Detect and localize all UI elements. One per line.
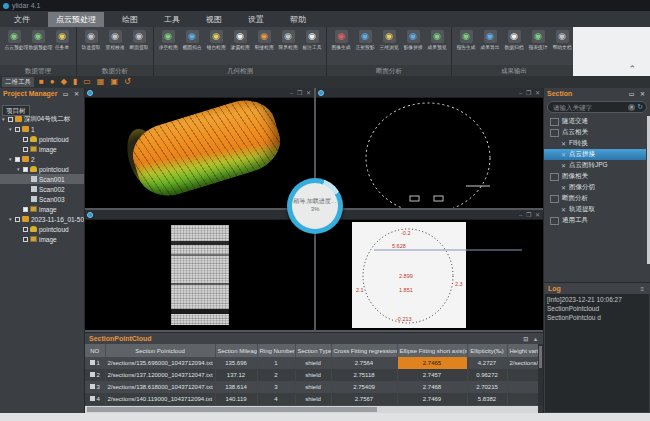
ribbon-button[interactable]: 轨道提取 bbox=[79, 30, 103, 53]
ribbon-button[interactable]: 断面提取 bbox=[127, 30, 151, 53]
ribbon-button[interactable]: 渗漏检测 bbox=[228, 30, 252, 53]
tree-item[interactable]: Scan002 bbox=[0, 184, 84, 194]
column-header[interactable]: NO bbox=[85, 344, 105, 357]
ribbon-button[interactable]: 限界检测 bbox=[276, 30, 300, 53]
ribbon-button[interactable]: 报表统计 bbox=[526, 30, 550, 53]
ribbon-button[interactable]: 里程校准 bbox=[103, 30, 127, 53]
column-header[interactable]: Ellipticity(‰) bbox=[467, 344, 507, 357]
search-refresh-icon[interactable]: ↻ bbox=[637, 103, 643, 111]
tree-item[interactable]: Scan001 bbox=[0, 174, 84, 184]
section-tool-item[interactable]: 图像相关 bbox=[544, 171, 646, 182]
tree-item[interactable]: image bbox=[0, 204, 84, 214]
pointcloud-canvas[interactable] bbox=[85, 98, 314, 208]
search-clear-icon[interactable]: ✕ bbox=[628, 104, 635, 111]
menu-tab[interactable]: 文件 bbox=[6, 12, 38, 27]
viewport-section-outline[interactable]: – ❐ ✕ bbox=[316, 88, 543, 208]
row-checkbox[interactable] bbox=[90, 360, 95, 365]
table-row[interactable]: 3 2/sections/138.618000_1043712047.txt 1… bbox=[85, 381, 538, 393]
section-fitting-canvas[interactable]: -0.2 5.628 2.899 1.851 -0.213 2.1 2.3 bbox=[316, 220, 543, 330]
tree-checkbox[interactable] bbox=[23, 227, 28, 232]
menu-tab[interactable]: 视图 bbox=[198, 12, 230, 27]
panel-window-icons[interactable]: ▭ ✕ bbox=[63, 90, 81, 97]
tree-checkbox[interactable] bbox=[23, 167, 28, 172]
column-header[interactable]: Section Mileage bbox=[215, 344, 257, 357]
menu-tab[interactable]: 帮助 bbox=[282, 12, 314, 27]
draw-tool-icon[interactable]: ↺ bbox=[124, 77, 131, 87]
column-header[interactable]: Height variance convergence(m) bbox=[507, 344, 538, 357]
tree-item[interactable]: pointcloud bbox=[0, 134, 84, 144]
row-checkbox[interactable] bbox=[90, 384, 95, 389]
intensity-image-canvas[interactable] bbox=[85, 220, 314, 330]
tree-checkbox[interactable] bbox=[23, 207, 28, 212]
section-tool-item[interactable]: 通用工具 bbox=[544, 215, 646, 226]
ribbon-button[interactable]: 错台检测 bbox=[204, 30, 228, 53]
ribbon-button[interactable]: 影像拼接 bbox=[401, 30, 425, 53]
tree-checkbox[interactable] bbox=[8, 117, 13, 122]
column-header[interactable]: Cross Fitting regression(m) bbox=[331, 344, 397, 357]
ribbon-button[interactable]: 裂缝检测 bbox=[252, 30, 276, 53]
column-header[interactable]: Ring Number bbox=[257, 344, 295, 357]
row-checkbox[interactable] bbox=[90, 396, 95, 401]
table-window-icons[interactable]: ⊡ ▴ bbox=[523, 335, 539, 342]
section-outline-canvas[interactable] bbox=[316, 98, 543, 208]
table-row[interactable]: 2 2/sections/137.120000_1043712047.txt 1… bbox=[85, 369, 538, 381]
tree-item[interactable]: image bbox=[0, 234, 84, 244]
section-tool-item[interactable]: 点云相关 bbox=[544, 127, 646, 138]
section-tool-item[interactable]: 断面分析 bbox=[544, 193, 646, 204]
section-tool-item[interactable]: 点云图转JPG bbox=[544, 160, 646, 171]
viewport-intensity-image[interactable]: – ❐ ✕ bbox=[85, 210, 314, 330]
draw-tool-icon[interactable]: ▮ bbox=[73, 77, 77, 87]
draw-tool-icon[interactable]: ◆ bbox=[61, 77, 67, 87]
section-tool-item[interactable]: 隧道交通 bbox=[544, 116, 646, 127]
column-header[interactable]: Ellipse Fitting short axis(m) bbox=[397, 344, 467, 357]
tree-item[interactable]: pointcloud bbox=[0, 224, 84, 234]
ribbon-button[interactable]: 三维浏览 bbox=[377, 30, 401, 53]
scrollbar-thumb[interactable] bbox=[87, 407, 377, 412]
ribbon-button[interactable]: 椭圆拟合 bbox=[180, 30, 204, 53]
tree-checkbox[interactable] bbox=[15, 127, 20, 132]
tree-item[interactable]: Scan003 bbox=[0, 194, 84, 204]
tree-checkbox[interactable] bbox=[23, 137, 28, 142]
scrollbar-thumb[interactable] bbox=[539, 346, 542, 368]
ribbon-button[interactable]: 标注工具 bbox=[300, 30, 324, 53]
tree-checkbox[interactable] bbox=[23, 147, 28, 152]
viewport-section-fitting[interactable]: – ❐ ✕ -0.2 5.628 2.899 1.851 -0.213 2.1 … bbox=[316, 210, 543, 330]
tree-item[interactable]: 1 bbox=[0, 124, 84, 134]
tree-checkbox[interactable] bbox=[15, 157, 20, 162]
column-header[interactable]: Section Pointcloud bbox=[105, 344, 215, 357]
ribbon-button[interactable]: 报告生成 bbox=[454, 30, 478, 53]
section-tool-item[interactable]: 图像分切 bbox=[544, 182, 646, 193]
tree-item[interactable]: 2023-11-16_01-50 bbox=[0, 214, 84, 224]
tree-checkbox[interactable] bbox=[23, 237, 28, 242]
ribbon-button[interactable]: 点云预处理 bbox=[2, 30, 26, 53]
draw-tool-icon[interactable]: ■ bbox=[39, 77, 44, 87]
table-row[interactable]: 4 2/sections/140.119000_1043712094.txt 1… bbox=[85, 393, 538, 405]
draw-tool-icon[interactable]: ● bbox=[50, 77, 55, 87]
search-input[interactable] bbox=[551, 103, 628, 112]
ribbon-button[interactable]: 成果预览 bbox=[425, 30, 449, 53]
row-checkbox[interactable] bbox=[90, 372, 95, 377]
tree-item[interactable]: 深圳04号线二标 bbox=[0, 114, 84, 124]
viewport-3d-pointcloud[interactable]: – ❐ ✕ bbox=[85, 88, 314, 208]
ribbon-button[interactable]: 任务单 bbox=[50, 30, 74, 53]
tree-item[interactable]: pointcloud bbox=[0, 164, 84, 174]
section-tool-item[interactable]: 点云拼接 bbox=[544, 149, 646, 160]
log-menu-icon[interactable]: ≡ bbox=[640, 286, 646, 292]
viewport-window-controls[interactable]: – ❐ ✕ bbox=[519, 89, 541, 96]
ribbon-button[interactable]: 图像生成 bbox=[329, 30, 353, 53]
menu-tab[interactable]: 点云预处理 bbox=[48, 12, 104, 27]
section-tool-item[interactable]: 轨道提取 bbox=[544, 204, 646, 215]
draw-tool-icon[interactable]: ▣ bbox=[110, 77, 118, 87]
draw-tool-icon[interactable]: ▭ bbox=[83, 77, 91, 87]
panel-window-icons[interactable]: ▭ ✕ bbox=[629, 90, 647, 97]
table-horizontal-scrollbar[interactable] bbox=[85, 406, 538, 413]
ribbon-button[interactable]: 数据归档 bbox=[502, 30, 526, 53]
viewport-window-controls[interactable]: – ❐ ✕ bbox=[290, 89, 312, 96]
column-header[interactable]: Section Type bbox=[295, 344, 331, 357]
ribbon-button[interactable]: 帮助文档 bbox=[550, 30, 574, 53]
draw-tool-icon[interactable]: ▦ bbox=[97, 77, 105, 87]
ribbon-button[interactable]: 正射投影 bbox=[353, 30, 377, 53]
menu-tab[interactable]: 工具 bbox=[156, 12, 188, 27]
tree-checkbox[interactable] bbox=[15, 217, 20, 222]
ribbon-collapse-icon[interactable]: ⌃ bbox=[628, 64, 636, 74]
